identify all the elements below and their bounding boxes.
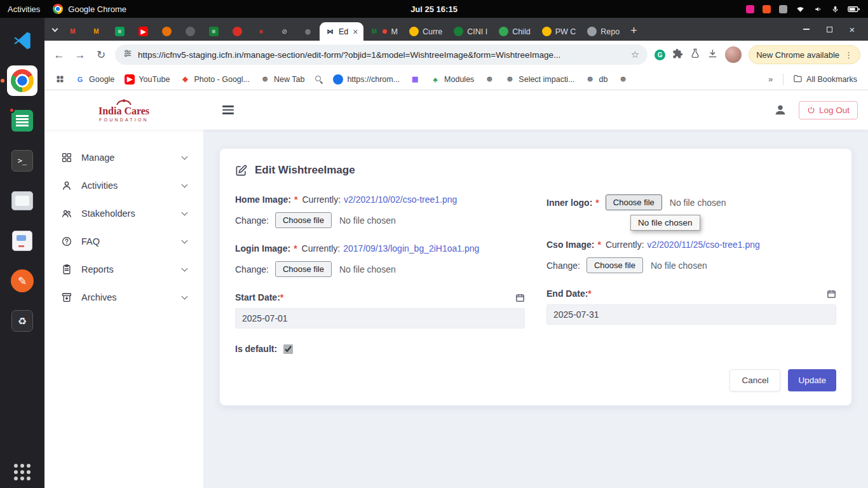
cso-image-link[interactable]: v2/2020/11/25/cso-tree1.png <box>648 240 760 250</box>
bookmarks-overflow-chevron[interactable]: » <box>763 74 778 84</box>
start-date-input[interactable] <box>235 308 525 329</box>
browser-tab-m[interactable]: MM <box>363 22 403 41</box>
tab-list-chevron-icon[interactable] <box>48 20 61 39</box>
bookmark-new-tab[interactable]: ⊕New Tab <box>255 72 309 87</box>
start-date-calendar-icon[interactable] <box>515 293 525 302</box>
dock-item-sheets[interactable] <box>7 105 37 136</box>
sidebar-item-activities[interactable]: Activities <box>44 172 203 200</box>
site-settings-icon[interactable] <box>123 49 132 60</box>
sidebar-item-manage[interactable]: Manage <box>44 144 203 172</box>
bookmark-youtube[interactable]: ▶YouTube <box>120 72 174 87</box>
back-button[interactable]: ← <box>52 50 66 60</box>
chrome-labs-flask-icon[interactable] <box>690 48 700 61</box>
network-icon[interactable] <box>796 5 805 13</box>
sidebar-item-faq[interactable]: FAQ <box>44 227 203 255</box>
bookmark-item[interactable]: ▦ <box>405 72 424 87</box>
new-tab-button[interactable]: + <box>630 25 637 36</box>
forward-button[interactable]: → <box>73 50 87 60</box>
user-menu-button[interactable] <box>773 103 787 117</box>
browser-tab[interactable]: ≡ <box>202 22 226 41</box>
maximize-button[interactable] <box>825 25 834 34</box>
sidebar-item-stakeholders[interactable]: Stakeholders <box>44 200 203 227</box>
end-date-calendar-icon[interactable] <box>827 289 836 299</box>
web-page: India Cares FOUNDATION Log Out ManageAct… <box>44 90 868 488</box>
browser-tab[interactable]: ∗ <box>249 22 273 41</box>
chrome-window: MM≡▶≡∗⊘◎⋈Ed×MMCurreCINI IChildPW CRepo +… <box>44 18 868 488</box>
apps-grid-icon[interactable] <box>51 72 69 86</box>
browser-tab[interactable]: ⊘ <box>273 22 296 41</box>
browser-tab[interactable]: ≡ <box>108 22 132 41</box>
update-button[interactable]: Update <box>788 369 836 391</box>
close-button[interactable]: × <box>848 25 857 34</box>
sidebar-item-archives[interactable]: Archives <box>44 283 203 311</box>
microphone-icon[interactable] <box>831 5 839 13</box>
tray-app-icon-1[interactable] <box>746 5 754 13</box>
grammarly-extension-icon[interactable]: G <box>654 50 665 60</box>
battery-icon[interactable] <box>848 5 860 13</box>
bookmark-https-chrom-[interactable]: https://chrom... <box>329 72 404 87</box>
profile-avatar[interactable] <box>725 46 742 63</box>
show-applications-button[interactable] <box>14 464 31 480</box>
cso-image-choose-file-button[interactable]: Choose file <box>587 257 643 273</box>
home-image-choose-file-button[interactable]: Choose file <box>275 212 332 228</box>
activities-button[interactable]: Activities <box>8 4 40 14</box>
focused-app-indicator[interactable]: Google Chrome <box>53 4 126 14</box>
logout-button[interactable]: Log Out <box>799 101 858 119</box>
bookmark-item[interactable]: ⊕ <box>480 72 499 87</box>
tab-favicon: M <box>68 27 78 36</box>
bookmark-db[interactable]: ⊕db <box>581 72 613 87</box>
browser-tab[interactable] <box>226 22 249 41</box>
reload-button[interactable]: ↻ <box>94 50 108 60</box>
tray-app-icon-2[interactable] <box>763 5 771 13</box>
dock-item-recycle[interactable]: ♻ <box>7 306 37 336</box>
brand-logo[interactable]: India Cares FOUNDATION <box>44 97 203 122</box>
browser-tab-cini-i[interactable]: CINI I <box>448 22 493 41</box>
sidebar-toggle-button[interactable] <box>220 103 236 116</box>
dock-item-files[interactable] <box>7 186 37 216</box>
browser-tab-ed[interactable]: ⋈Ed× <box>320 22 363 41</box>
browser-tab[interactable]: ◎ <box>296 22 320 41</box>
login-image-link[interactable]: 2017/09/13/login_bg_2iH1oa1.png <box>343 243 479 254</box>
downloads-icon[interactable] <box>707 48 718 62</box>
tray-app-icon-3[interactable] <box>779 5 787 13</box>
bookmark-label: YouTube <box>139 75 170 84</box>
home-image-link[interactable]: v2/2021/10/02/cso-tree1.png <box>344 194 457 205</box>
tab-close-icon[interactable]: × <box>353 27 358 37</box>
browser-tab-curre[interactable]: Curre <box>403 22 448 41</box>
bookmark-item[interactable]: ⊕ <box>613 72 632 87</box>
dock-item-screenshot[interactable] <box>7 226 37 256</box>
browser-tab[interactable]: M <box>85 22 108 41</box>
minimize-button[interactable] <box>802 25 811 34</box>
address-bar[interactable]: https://icfnv5-staging.icfn.in/manage-se… <box>115 44 648 65</box>
browser-tab[interactable] <box>155 22 179 41</box>
update-chrome-chip[interactable]: New Chrome available ⋮ <box>749 45 860 64</box>
browser-tab-child[interactable]: Child <box>493 22 536 41</box>
dock-item-vscode[interactable] <box>7 25 37 56</box>
menu-kebab-icon[interactable]: ⋮ <box>844 50 853 60</box>
bookmark-star-icon[interactable]: ☆ <box>631 49 639 60</box>
clock[interactable]: Jul 25 16:15 <box>410 4 458 14</box>
is-default-checkbox[interactable] <box>283 344 293 354</box>
required-asterisk: * <box>280 292 283 302</box>
sidebar-item-reports[interactable]: Reports <box>44 255 203 283</box>
extensions-puzzle-icon[interactable] <box>672 48 683 62</box>
cancel-button[interactable]: Cancel <box>729 369 780 391</box>
bookmark-google[interactable]: GGoogle <box>71 72 119 87</box>
login-image-choose-file-button[interactable]: Choose file <box>275 261 332 277</box>
end-date-input[interactable] <box>546 304 836 325</box>
bookmark-select-impacti-[interactable]: ⊕Select impacti... <box>500 72 579 87</box>
browser-tab[interactable]: ▶ <box>132 22 155 41</box>
dock-item-chrome[interactable] <box>7 65 37 96</box>
bookmark-modules[interactable]: ♣Modules <box>426 72 478 87</box>
browser-tab-repo[interactable]: Repo <box>581 22 625 41</box>
browser-tab[interactable]: M <box>61 22 85 41</box>
bookmark-item[interactable] <box>310 72 327 86</box>
browser-tab[interactable] <box>179 22 202 41</box>
volume-icon[interactable] <box>813 5 823 13</box>
browser-tab-pw-c[interactable]: PW C <box>536 22 582 41</box>
inner-logo-choose-file-button[interactable]: Choose file <box>606 194 662 210</box>
dock-item-terminal[interactable]: >_ <box>7 146 37 176</box>
dock-item-draw[interactable]: ✎ <box>7 266 37 296</box>
bookmark-photo-googl-[interactable]: ◆Photo - Googl... <box>175 72 254 87</box>
all-bookmarks-button[interactable]: All Bookmarks <box>789 71 862 88</box>
